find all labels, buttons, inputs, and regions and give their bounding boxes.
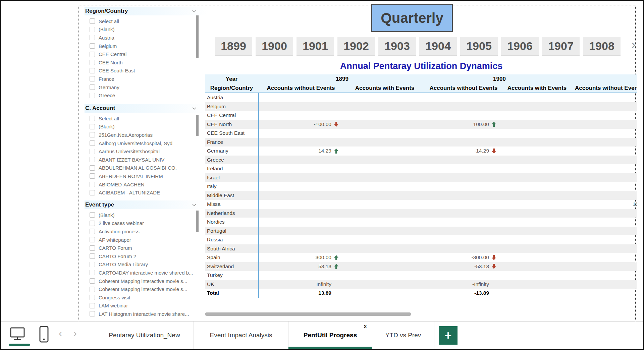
checkbox[interactable]: [90, 245, 95, 251]
checkbox[interactable]: [90, 76, 95, 81]
trend-slot: [416, 246, 423, 251]
filter-option[interactable]: ABIOMED-AACHEN: [85, 180, 208, 189]
filter-option[interactable]: CARTO Forum: [85, 244, 208, 252]
filter-option[interactable]: AF whitepaper: [85, 236, 208, 244]
checkbox[interactable]: [90, 149, 95, 154]
filter-option[interactable]: CEE South East: [85, 67, 208, 75]
page-tab-pentutil-progress[interactable]: PentUtil Progress x: [288, 322, 372, 349]
checkbox[interactable]: [90, 18, 95, 24]
next-page-button[interactable]: ›: [73, 328, 77, 338]
filter-option[interactable]: (Blank): [85, 123, 208, 131]
trend-slot: [333, 273, 341, 278]
checkbox[interactable]: [90, 157, 95, 162]
checkbox[interactable]: [90, 27, 95, 32]
checkbox[interactable]: [90, 229, 95, 234]
checkbox[interactable]: [90, 84, 95, 90]
checkbox[interactable]: [90, 262, 95, 267]
checkbox[interactable]: [90, 212, 95, 218]
checkbox[interactable]: [90, 253, 95, 259]
checkbox[interactable]: [90, 116, 95, 121]
year-button-1903[interactable]: 1903: [378, 37, 416, 55]
checkbox[interactable]: [90, 182, 95, 187]
checkbox[interactable]: [90, 287, 95, 292]
filter-option[interactable]: CARTO4DAY interactive movie shared b...: [85, 269, 208, 277]
quarterly-toggle-button[interactable]: Quarterly: [371, 4, 453, 32]
year-button-1906[interactable]: 1906: [501, 37, 539, 55]
filter-option[interactable]: Coherent Mapping interactive movie s...: [85, 277, 208, 285]
year-button-1900[interactable]: 1900: [256, 37, 293, 55]
checkbox[interactable]: [90, 124, 95, 129]
checkbox[interactable]: [90, 52, 95, 57]
close-tab-icon[interactable]: x: [364, 323, 367, 329]
filter-option[interactable]: Aarhus Universitetshospital: [85, 147, 208, 156]
trend-slot: [563, 113, 570, 118]
filter-option[interactable]: CEE North: [85, 58, 208, 67]
filter-option[interactable]: Coherent Mapping interactive movie s...: [85, 285, 208, 293]
desktop-view-button[interactable]: [10, 327, 25, 342]
filter-option[interactable]: Select all: [85, 114, 208, 123]
filter-scrollbar[interactable]: [196, 211, 199, 232]
filter-option[interactable]: CEE Central: [85, 50, 208, 58]
year-button-1899[interactable]: 1899: [215, 37, 252, 55]
value-cell: [343, 235, 426, 244]
filter-option[interactable]: CARTO Media Library: [85, 260, 208, 269]
filter-option[interactable]: 251Gen.Nos.Aeroporias: [85, 131, 208, 139]
checkbox[interactable]: [90, 237, 95, 242]
add-page-button[interactable]: +: [439, 326, 458, 345]
filter-option[interactable]: Belgium: [85, 42, 208, 50]
filter-option[interactable]: ABDULREHMAN AL GOSAIBI CO.: [85, 164, 208, 172]
page-tab-pentaray-utilization-new[interactable]: Pentaray Utilization_New: [95, 322, 194, 349]
filter-option[interactable]: Activation process: [85, 227, 208, 236]
filter-scrollbar[interactable]: [196, 115, 199, 136]
checkbox[interactable]: [90, 93, 95, 98]
checkbox[interactable]: [90, 173, 95, 179]
cell-value: 16: [633, 201, 637, 207]
checkbox[interactable]: [90, 68, 95, 73]
mobile-view-button[interactable]: [39, 326, 49, 344]
filter-header-region-country[interactable]: Region/Country: [85, 7, 208, 15]
filter-option[interactable]: Congress visit: [85, 293, 208, 302]
checkbox[interactable]: [90, 140, 95, 146]
filter-option[interactable]: ACIBADEM - ALTUNIZADE: [85, 188, 208, 197]
checkbox[interactable]: [90, 190, 95, 195]
filter-option[interactable]: ABANT IZZET BAYSAL UNIV: [85, 156, 208, 164]
year-button-1907[interactable]: 1907: [542, 37, 580, 55]
page-tab-event-impact-analysis[interactable]: Event Impact Analysis: [194, 322, 288, 349]
checkbox[interactable]: [90, 43, 95, 49]
filter-option[interactable]: Germany: [85, 83, 208, 92]
year-button-1905[interactable]: 1905: [460, 37, 498, 55]
checkbox[interactable]: [90, 295, 95, 300]
filter-option[interactable]: (Blank): [85, 211, 208, 219]
checkbox[interactable]: [90, 270, 95, 275]
filter-option[interactable]: Austria: [85, 34, 208, 42]
year-button-1901[interactable]: 1901: [297, 37, 334, 55]
filter-option[interactable]: LAM webinar: [85, 302, 208, 310]
checkbox[interactable]: [90, 278, 95, 284]
filter-option[interactable]: LAT Histogram interactive movie share...: [85, 310, 208, 318]
checkbox[interactable]: [90, 303, 95, 308]
filter-option[interactable]: Aalborg Universitetshospital, Syd: [85, 139, 208, 148]
filter-header-account[interactable]: C. Account: [85, 104, 208, 113]
year-button-1904[interactable]: 1904: [419, 37, 457, 55]
checkbox[interactable]: [90, 35, 95, 40]
filter-option[interactable]: CARTO Forum 2: [85, 252, 208, 260]
year-scroll-right-icon[interactable]: ›: [631, 38, 636, 51]
filter-option[interactable]: Select all: [85, 17, 208, 25]
checkbox[interactable]: [90, 311, 95, 316]
checkbox[interactable]: [90, 221, 95, 226]
checkbox[interactable]: [90, 60, 95, 65]
prev-page-button[interactable]: ‹: [59, 328, 62, 338]
filter-scrollbar[interactable]: [196, 15, 199, 58]
filter-option[interactable]: Greece: [85, 91, 208, 100]
filter-option[interactable]: ABERDEEN ROYAL INFIRM: [85, 172, 208, 180]
year-button-1902[interactable]: 1902: [337, 37, 375, 55]
horizontal-scrollbar[interactable]: [205, 312, 411, 316]
filter-option[interactable]: France: [85, 75, 208, 83]
filter-option[interactable]: (Blank): [85, 25, 208, 34]
page-tab-ytd-vs-prev[interactable]: YTD vs Prev: [372, 322, 434, 349]
year-button-1908[interactable]: 1908: [583, 37, 621, 55]
filter-header-event-type[interactable]: Event type: [85, 200, 208, 209]
checkbox[interactable]: [90, 132, 95, 137]
filter-option[interactable]: 2 live cases webinar: [85, 219, 208, 228]
checkbox[interactable]: [90, 165, 95, 171]
